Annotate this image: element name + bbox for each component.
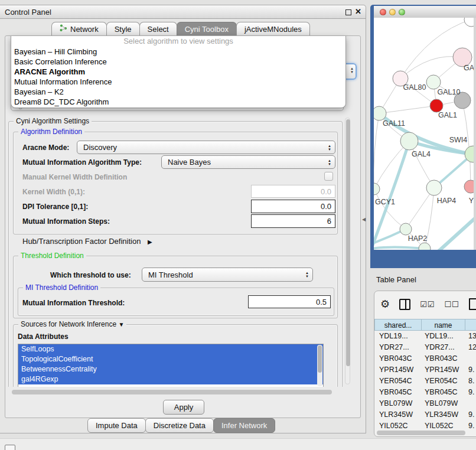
settings-horizontal-thumb[interactable] <box>12 390 332 394</box>
network-edge-thick[interactable] <box>439 217 476 250</box>
tab-discretize-data[interactable]: Discretize Data <box>145 418 214 433</box>
sources-title[interactable]: Sources for Network Inference ▼ <box>18 320 126 328</box>
tab-network[interactable]: Network <box>51 22 107 36</box>
aracne-mode-select[interactable]: Discovery ▲▼ <box>77 141 335 154</box>
table-row[interactable]: YBR043CYBR043C <box>374 353 476 364</box>
mi-algorithm-type-select[interactable]: Naive Bayes ▲▼ <box>161 155 335 169</box>
attribute-item-selected[interactable]: BetweennessCentrality <box>18 364 323 374</box>
algorithm-option[interactable]: Mutual Information Inference <box>11 77 345 87</box>
gear-icon[interactable]: ⚙ <box>380 299 390 309</box>
network-edge[interactable] <box>379 106 436 113</box>
node-gal4[interactable] <box>400 132 418 150</box>
kernel-width-input[interactable]: 0.0 <box>251 185 335 198</box>
aracne-mode-value: Discovery <box>83 143 117 152</box>
checked-boxes-icon[interactable]: ☑☑ <box>420 300 435 309</box>
network-canvas[interactable]: GALGAL80GAL10GAL1GAL11SWI4GAL4GCY1HAP4YH… <box>374 18 476 250</box>
table-row[interactable]: YPR145WYPR145W9. <box>374 364 476 376</box>
which-threshold-select[interactable]: MI Threshold ▲▼ <box>142 268 313 282</box>
minimize-traffic-light[interactable] <box>389 9 396 15</box>
node-hap2[interactable] <box>400 223 412 235</box>
mi-threshold-input[interactable]: 0.5 <box>248 295 331 308</box>
close-icon[interactable]: ✕ <box>355 7 361 16</box>
table-row[interactable]: YBL079WYBL079W <box>374 398 476 409</box>
network-edge-thick[interactable] <box>374 247 425 249</box>
tab-label: Impute Data <box>96 420 138 431</box>
table-row[interactable]: YBR045CYBR045C9. <box>374 387 476 398</box>
algorithm-option[interactable]: Basic Correlation Inference <box>11 57 345 67</box>
node-bottom[interactable] <box>419 243 431 250</box>
network-edge[interactable] <box>374 113 379 189</box>
algorithm-dropdown-placeholder: Select algorithm to view settings <box>11 36 345 47</box>
bottom-tab-strip: Impute DataDiscretize DataInfer Network <box>88 418 275 433</box>
tab-style[interactable]: Style <box>106 22 140 36</box>
tab-select[interactable]: Select <box>139 22 177 36</box>
stepper-arrows-icon: ▲▼ <box>328 159 331 166</box>
settings-vertical-scrollbar[interactable] <box>345 118 350 384</box>
tab-cyni-toolbox[interactable]: Cyni Toolbox <box>177 22 237 36</box>
algorithm-option[interactable]: Bayesian – Hill Climbing <box>11 47 345 57</box>
attribute-item-selected[interactable]: TopologicalCoefficient <box>18 354 323 364</box>
algorithm-option[interactable]: Bayesian – K2 <box>11 87 345 97</box>
settings-vertical-thumb[interactable] <box>346 119 350 366</box>
mi-steps-input[interactable]: 6 <box>251 214 335 228</box>
tab-label: Network <box>70 24 99 34</box>
node-gcy1[interactable] <box>374 183 380 195</box>
table-horizontal-scrollbar[interactable] <box>377 430 476 436</box>
algorithm-definition-title: Algorithm Definition <box>18 128 84 136</box>
stepper-arrows-icon: ▲▼ <box>305 271 309 278</box>
table-row[interactable]: YDL19...YDL19...13 <box>374 331 476 342</box>
tab-infer-network[interactable]: Infer Network <box>213 418 275 433</box>
table-cell: YPR145W <box>421 364 465 376</box>
hub-definition-label: Hub/Transcription Factor Definition <box>22 237 141 246</box>
document-icon[interactable] <box>469 298 476 310</box>
node-gal11[interactable] <box>374 106 386 120</box>
table-body: YDL19...YDL19...13YDR27...YDR27...12YBR0… <box>374 331 476 432</box>
attribute-item-selected[interactable]: gal4RGexp <box>18 374 323 384</box>
threshold-definition-title: Threshold Definition <box>18 252 86 260</box>
node-label-gal11: GAL11 <box>383 119 405 128</box>
table-row[interactable]: YDR27...YDR27...12 <box>374 342 476 353</box>
network-window-titlebar <box>374 6 476 18</box>
node-gal10[interactable] <box>426 75 441 89</box>
focused-combobox-end[interactable]: ▲▼ <box>345 63 357 80</box>
minimized-panel-icon[interactable] <box>5 445 15 450</box>
column-header[interactable]: name <box>421 319 465 331</box>
algorithm-option[interactable]: Dream8 DC_TDC Algorithm <box>11 97 345 107</box>
which-threshold-value: MI Threshold <box>148 270 193 279</box>
column-header[interactable] <box>465 319 476 331</box>
splitter-collapse-icon[interactable]: ◀ <box>362 217 366 222</box>
table-horizontal-thumb[interactable] <box>377 431 465 435</box>
dpi-tolerance-input[interactable]: 0.0 <box>251 200 335 213</box>
unchecked-boxes-icon[interactable]: ☐☐ <box>444 300 459 309</box>
float-window-icon[interactable] <box>345 9 351 15</box>
column-header[interactable]: shared... <box>374 319 421 331</box>
node-label-gal80: GAL80 <box>403 83 426 92</box>
table-cell: YBL079W <box>374 398 421 409</box>
algorithm-option[interactable]: ARACNE Algorithm <box>11 67 345 77</box>
attributes-scrollbar[interactable] <box>317 345 322 386</box>
apply-button[interactable]: Apply <box>163 400 204 415</box>
zoom-traffic-light[interactable] <box>399 9 405 15</box>
table-cell <box>465 398 476 409</box>
table-cell: YBR043C <box>421 353 465 364</box>
manual-kernel-width-checkbox[interactable] <box>324 172 333 181</box>
node-label-gal10: GAL10 <box>438 88 461 96</box>
network-scrollbar-sliver[interactable] <box>474 18 476 250</box>
attribute-item-selected[interactable]: SelfLoops <box>18 344 323 354</box>
settings-horizontal-scrollbar[interactable] <box>9 389 344 395</box>
table-cell: 9. <box>465 364 476 376</box>
dpi-tolerance-label: DPI Tolerance [0,1]: <box>22 203 88 211</box>
data-attributes-list[interactable]: SelfLoopsTopologicalCoefficientBetweenne… <box>18 344 324 387</box>
table-row[interactable]: YER054CYER054C8. <box>374 376 476 387</box>
node-hap4[interactable] <box>426 180 442 195</box>
stepper-arrows-icon: ▲▼ <box>328 144 331 151</box>
tab-impute-data[interactable]: Impute Data <box>87 418 146 433</box>
node-label-gal4: GAL4 <box>412 150 431 158</box>
table-row[interactable]: YLR345WYLR345W9. <box>374 409 476 420</box>
split-columns-icon[interactable] <box>399 299 410 310</box>
close-traffic-light[interactable] <box>380 9 386 15</box>
hub-definition-toggle[interactable]: Hub/Transcription Factor Definition ▶ <box>22 237 152 246</box>
node-gal1[interactable] <box>430 99 443 112</box>
node-label-gal1: GAL1 <box>438 111 457 119</box>
tab-jactivemnodules[interactable]: jActiveMNodules <box>236 22 310 36</box>
